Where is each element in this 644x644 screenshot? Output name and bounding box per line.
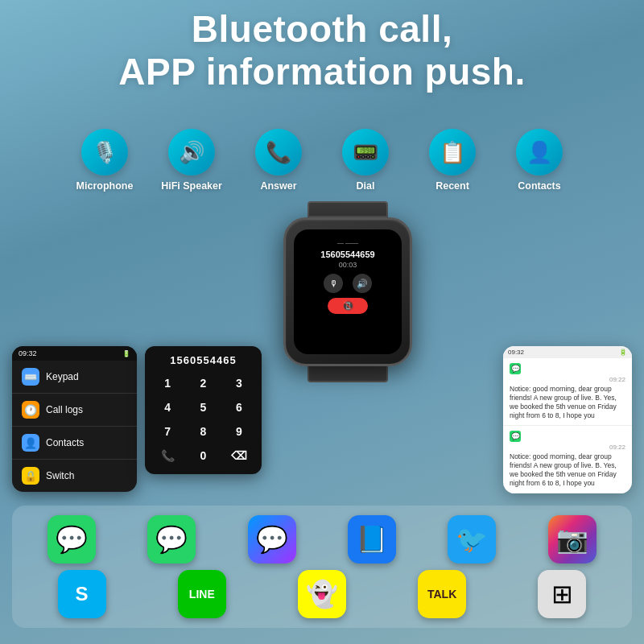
app-grid[interactable]: ⊞ [538,570,586,618]
microphone-icon-circle: 🎙️ [81,129,128,175]
hifi-speaker-icon-circle: 🔊 [168,129,215,175]
notif-time: 09:32 [508,349,524,356]
notif-app-row-1: 💬 [510,363,625,374]
dialpad-display: 1560554465 [151,354,255,366]
notif-app-row-2: 💬 [510,431,625,442]
app-instagram[interactable]: 📷 [548,515,597,564]
switch-icon: 🔒 [22,467,39,485]
notif-time-2: 09:22 [510,444,625,451]
watch-screen: — —— 15605544659 00:03 🎙 🔊 📵 [294,229,402,354]
watch-call-controls: 🎙 🔊 [324,274,372,293]
notification-item-1: 💬 09:22 Notice: good morning, dear group… [503,358,632,426]
watch-end-call-button[interactable]: 📵 [328,298,368,314]
smartwatch: — —— 15605544659 00:03 🎙 🔊 📵 [283,201,412,362]
dialpad-key-call[interactable]: 📞 [151,445,184,466]
watch-speaker-button[interactable]: 🔊 [353,274,372,293]
app-snapchat[interactable]: 👻 [298,570,346,618]
contacts-icon-circle: 👤 [516,129,563,175]
notification-item-2: 💬 09:22 Notice: good morning, dear group… [503,426,632,493]
watch-call-indicator: — —— [337,239,358,246]
contacts-menu-label: Contacts [46,437,84,448]
dialpad-key-4[interactable]: 4 [151,397,184,418]
menu-item-switch[interactable]: 🔒 Switch [12,460,137,492]
watch-phone-number: 15605544659 [320,250,374,259]
dialpad-key-8[interactable]: 8 [187,421,219,442]
dialpad-key-9[interactable]: 9 [223,421,255,442]
calllogs-label: Call logs [46,404,83,415]
menu-item-calllogs[interactable]: 🕐 Call logs [12,394,137,427]
dial-label: Dial [357,180,375,192]
answer-label: Answer [260,180,296,192]
dialpad-key-5[interactable]: 5 [187,397,219,418]
dialpad-key-7[interactable]: 7 [151,421,184,442]
app-messenger[interactable]: 💬 [248,515,296,564]
app-twitter[interactable]: 🐦 [448,515,496,564]
dialpad-key-2[interactable]: 2 [187,373,219,394]
menu-item-keypad[interactable]: ⌨️ Keypad [12,361,137,394]
title-line1: Bluetooth call, [192,8,452,50]
battery-icon: 🔋 [122,350,130,357]
feature-recent: 📋 Recent [416,129,489,192]
answer-icon-circle: 📞 [255,129,302,175]
hifi-speaker-label: HiFi Speaker [161,180,222,192]
notif-whatsapp-icon-2: 💬 [510,431,521,442]
recent-icon-circle: 📋 [429,129,476,175]
feature-hifi-speaker: 🔊 HiFi Speaker [155,129,228,192]
switch-label: Switch [46,470,74,481]
notif-whatsapp-icon: 💬 [510,363,521,374]
dialpad-key-3[interactable]: 3 [223,373,255,394]
menu-item-contacts[interactable]: 👤 Contacts [12,427,137,460]
microphone-label: Microphone [76,180,134,192]
contacts-menu-icon: 👤 [22,434,39,452]
watch-strap-top [308,201,388,217]
feature-dial: 📟 Dial [329,129,402,192]
feature-microphone: 🎙️ Microphone [68,129,141,192]
keypad-label: Keypad [46,371,79,382]
watch-call-duration: 00:03 [339,261,357,269]
title-line2: APP information push. [118,51,525,93]
phone-time: 09:32 [19,349,37,357]
keypad-icon: ⌨️ [22,368,39,386]
phone-status-bar: 09:32 🔋 [12,346,137,361]
dialpad-panel: 1560554465 1 2 3 4 5 6 7 8 9 📞 0 ⌫ [145,346,262,474]
phone-battery: 🔋 [122,350,130,357]
notif-status-bar: 09:32 🔋 [503,346,632,358]
apps-row-1: 💬 💬 💬 📘 🐦 📷 [22,515,622,564]
calllogs-icon: 🕐 [22,401,39,419]
dialpad-key-0[interactable]: 0 [187,445,219,466]
notif-time-1: 09:22 [510,376,625,383]
apps-row-2: S LINE 👻 TALK ⊞ [22,570,622,618]
dialpad-grid: 1 2 3 4 5 6 7 8 9 📞 0 ⌫ [151,373,255,466]
phone-menu-panel: 09:32 🔋 ⌨️ Keypad 🕐 Call logs 👤 Contacts… [12,346,137,492]
header-section: Bluetooth call, APP information push. [0,8,644,93]
feature-answer: 📞 Answer [242,129,315,192]
watch-mute-button[interactable]: 🎙 [324,274,343,293]
page-title: Bluetooth call, APP information push. [0,8,644,93]
feature-contacts: 👤 Contacts [503,129,576,192]
dialpad-key-1[interactable]: 1 [151,373,184,394]
app-line[interactable]: LINE [178,570,226,618]
app-facebook[interactable]: 📘 [348,515,396,564]
app-whatsapp[interactable]: 💬 [147,515,196,564]
dial-icon-circle: 📟 [342,129,389,175]
watch-call-display: — —— 15605544659 00:03 🎙 🔊 📵 [294,229,402,354]
app-messages[interactable]: 💬 [47,515,96,564]
dialpad-key-backspace[interactable]: ⌫ [223,445,255,466]
contacts-label: Contacts [518,180,560,192]
apps-grid: 💬 💬 💬 📘 🐦 📷 S LINE 👻 TALK ⊞ [12,506,632,628]
notif-text-1: Notice: good morning, dear group friends… [510,385,625,420]
recent-label: Recent [436,180,469,192]
app-skype[interactable]: S [58,570,106,618]
notif-battery-icon: 🔋 [619,349,627,356]
app-kakaotalk[interactable]: TALK [418,570,466,618]
watch-body: — —— 15605544659 00:03 🎙 🔊 📵 [283,217,412,366]
features-row: 🎙️ Microphone 🔊 HiFi Speaker 📞 Answer 📟 … [0,129,644,192]
notif-text-2: Notice: good morning, dear group friends… [510,452,625,488]
dialpad-key-6[interactable]: 6 [223,397,255,418]
watch-strap-bottom [308,366,388,382]
notification-panel: 09:32 🔋 💬 09:22 Notice: good morning, de… [503,346,632,493]
